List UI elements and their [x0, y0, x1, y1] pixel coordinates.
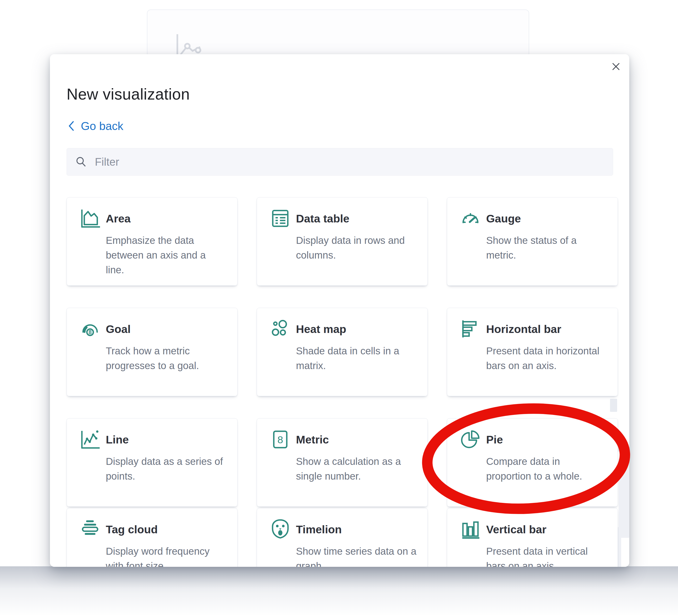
- vis-card-gauge[interactable]: Gauge Show the status of a metric.: [447, 197, 618, 286]
- vis-card-tag-cloud[interactable]: Tag cloud Display word frequency with fo…: [67, 508, 237, 567]
- card-title: Timelion: [296, 518, 420, 540]
- card-title: Area: [106, 207, 230, 229]
- card-description: Emphasize the data between an axis and a…: [106, 233, 227, 277]
- gauge-icon: [459, 207, 481, 229]
- card-title: Metric: [296, 428, 420, 450]
- card-title: Pie: [486, 428, 610, 450]
- card-description: Show the status of a metric.: [486, 233, 607, 263]
- card-description: Show a calculation as a single number.: [296, 454, 417, 484]
- card-description: Display data as a series of points.: [106, 454, 227, 484]
- card-description: Display word frequency with font size.: [106, 544, 227, 567]
- card-description: Present data in horizontal bars on an ax…: [486, 344, 607, 373]
- filter-field: [67, 148, 613, 176]
- vis-card-vertical-bar[interactable]: Vertical bar Present data in vertical ba…: [447, 508, 618, 567]
- heat-map-icon: [269, 318, 291, 340]
- vis-card-pie[interactable]: Pie Compare data in proportion to a whol…: [447, 418, 618, 507]
- go-back-label: Go back: [81, 120, 123, 132]
- vertical-bar-icon: [459, 518, 481, 540]
- close-icon: [611, 61, 621, 72]
- vis-card-data-table[interactable]: Data table Display data in rows and colu…: [257, 197, 428, 286]
- chevron-left-icon: [68, 120, 75, 131]
- vis-card-goal[interactable]: 8 Goal Track how a metric progresses to …: [67, 308, 237, 396]
- card-title: Tag cloud: [106, 518, 230, 540]
- card-description: Show time series data on a graph.: [296, 544, 417, 567]
- vis-card-metric[interactable]: 8 Metric Show a calculation as a single …: [257, 418, 428, 507]
- card-title: Heat map: [296, 318, 420, 340]
- card-title: Goal: [106, 318, 230, 340]
- vis-card-horizontal-bar[interactable]: Horizontal bar Present data in horizonta…: [447, 308, 618, 396]
- new-visualization-modal: New visualization Go back Area Emphasize…: [50, 54, 629, 567]
- modal-title: New visualization: [67, 85, 190, 103]
- filter-input[interactable]: [87, 148, 613, 176]
- card-title: Vertical bar: [486, 518, 610, 540]
- tag-cloud-icon: [79, 518, 101, 540]
- vis-card-heat-map[interactable]: Heat map Shade data in cells in a matrix…: [257, 308, 428, 396]
- line-chart-icon: [79, 428, 101, 450]
- line-chart-ghost-icon: [175, 33, 205, 57]
- vis-card-timelion[interactable]: Timelion Show time series data on a grap…: [257, 508, 428, 567]
- modal-drop-shadow: [0, 566, 678, 616]
- timelion-icon: [269, 518, 291, 540]
- card-title: Gauge: [486, 207, 610, 229]
- close-button[interactable]: [609, 60, 623, 74]
- ghost-mark: [618, 458, 629, 538]
- metric-icon: 8: [269, 428, 291, 450]
- go-back-link[interactable]: Go back: [68, 119, 123, 132]
- card-title: Data table: [296, 207, 420, 229]
- search-icon: [75, 156, 87, 168]
- card-description: Compare data in proportion to a whole.: [486, 454, 607, 484]
- vis-card-line[interactable]: Line Display data as a series of points.: [67, 418, 237, 507]
- vis-card-area[interactable]: Area Emphasize the data between an axis …: [67, 197, 237, 286]
- card-title: Line: [106, 428, 230, 450]
- data-table-icon: [269, 207, 291, 229]
- card-description: Track how a metric progresses to a goal.: [106, 344, 227, 373]
- card-title: Horizontal bar: [486, 318, 610, 340]
- card-description: Display data in rows and columns.: [296, 233, 417, 263]
- horizontal-bar-icon: [459, 318, 481, 340]
- goal-icon: 8: [79, 318, 101, 340]
- card-description: Shade data in cells in a matrix.: [296, 344, 417, 373]
- ghost-mark: [610, 399, 617, 412]
- pie-chart-icon: [459, 428, 481, 450]
- svg-text:8: 8: [88, 329, 91, 335]
- svg-text:8: 8: [277, 434, 283, 446]
- area-chart-icon: [79, 207, 101, 229]
- card-description: Present data in vertical bars on an axis…: [486, 544, 607, 567]
